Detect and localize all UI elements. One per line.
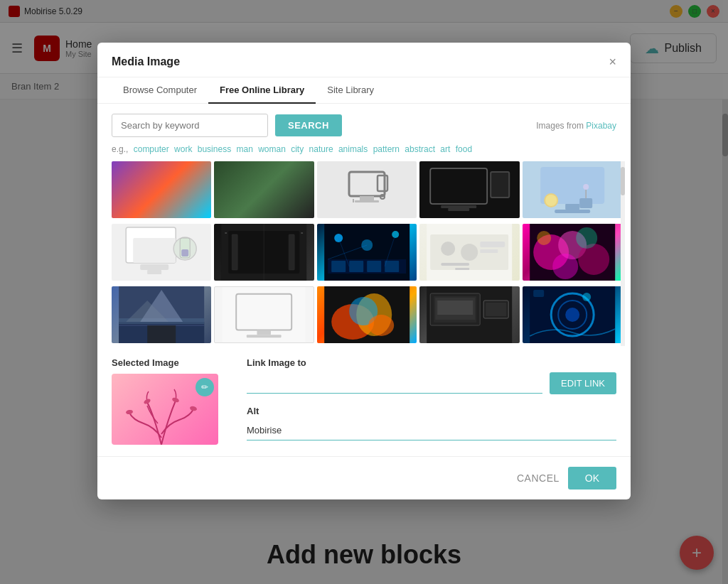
image-item[interactable]: [419, 161, 519, 218]
images-source: Pixabay: [586, 121, 616, 131]
image-item[interactable]: [214, 161, 314, 218]
search-row: SEARCH Images from Pixabay: [97, 104, 631, 143]
svg-rect-9: [448, 208, 469, 211]
svg-rect-49: [455, 268, 469, 270]
svg-rect-16: [579, 198, 592, 208]
ok-button[interactable]: OK: [568, 467, 616, 490]
svg-rect-85: [533, 290, 544, 297]
keyword-city[interactable]: city: [291, 144, 304, 154]
svg-rect-68: [247, 335, 282, 337]
svg-rect-22: [147, 270, 161, 274]
keyword-animals[interactable]: animals: [338, 144, 368, 154]
pencil-icon: ✏: [201, 382, 208, 392]
image-item[interactable]: [112, 224, 211, 281]
selected-image-thumbnail: ✏: [112, 374, 218, 445]
keyword-nature[interactable]: nature: [309, 144, 333, 154]
images-from: Images from Pixabay: [536, 121, 616, 131]
image-item[interactable]: [112, 286, 211, 343]
svg-rect-6: [430, 168, 487, 204]
keyword-art[interactable]: art: [440, 144, 450, 154]
svg-rect-48: [441, 263, 469, 266]
keyword-man[interactable]: man: [236, 144, 252, 154]
alt-input[interactable]: [247, 421, 616, 440]
dialog-tabs: Browse Computer Free Online Library Site…: [97, 77, 631, 104]
image-item[interactable]: [214, 224, 314, 281]
svg-rect-20: [133, 238, 176, 263]
svg-rect-39: [349, 261, 363, 272]
image-item[interactable]: [419, 286, 519, 343]
svg-rect-25: [181, 249, 188, 256]
image-item[interactable]: [317, 286, 417, 343]
svg-rect-50: [480, 242, 505, 247]
svg-point-58: [576, 227, 597, 249]
bottom-section: Selected Image ✏: [97, 346, 631, 456]
svg-point-47: [461, 244, 478, 261]
svg-rect-40: [367, 261, 381, 272]
tab-free-online-library[interactable]: Free Online Library: [208, 77, 316, 104]
svg-rect-28: [225, 232, 228, 234]
tab-browse-computer[interactable]: Browse Computer: [112, 77, 208, 104]
svg-point-90: [189, 406, 197, 411]
svg-rect-38: [331, 261, 346, 272]
image-grid-wrapper: [112, 161, 625, 346]
svg-point-57: [552, 254, 578, 279]
image-item[interactable]: [523, 161, 622, 218]
svg-point-18: [583, 184, 589, 190]
keyword-abstract[interactable]: abstract: [405, 144, 435, 154]
svg-point-52: [441, 242, 455, 256]
image-item[interactable]: [523, 286, 622, 343]
link-label: Link Image to: [247, 357, 616, 368]
search-button[interactable]: SEARCH: [275, 114, 342, 136]
svg-point-56: [578, 244, 609, 275]
image-item[interactable]: [112, 161, 211, 218]
svg-rect-67: [257, 330, 272, 335]
svg-rect-4: [353, 199, 354, 202]
keywords-prefix: e.g.,: [112, 144, 128, 154]
link-input[interactable]: [247, 374, 542, 394]
edit-link-button[interactable]: EDIT LINK: [550, 372, 616, 394]
image-item[interactable]: [523, 224, 622, 281]
tab-site-library[interactable]: Site Library: [316, 77, 385, 104]
svg-rect-12: [565, 204, 579, 210]
keyword-food[interactable]: food: [456, 144, 472, 154]
svg-rect-80: [486, 303, 506, 316]
dialog-title: Media Image: [112, 55, 180, 68]
image-item[interactable]: [419, 224, 519, 281]
alt-label: Alt: [247, 406, 616, 416]
dialog-footer: CANCEL OK: [97, 456, 631, 499]
keyword-work[interactable]: work: [174, 144, 192, 154]
grid-scrollbar: [621, 161, 625, 346]
svg-point-84: [565, 308, 579, 322]
search-input[interactable]: [112, 114, 268, 137]
selected-image-label: Selected Image: [112, 357, 225, 368]
svg-rect-1: [360, 196, 374, 200]
form-section: Link Image to EDIT LINK Alt: [247, 357, 616, 445]
media-image-dialog: Media Image × Browse Computer Free Onlin…: [97, 43, 631, 499]
dialog-close-button[interactable]: ×: [609, 55, 616, 68]
dialog-header: Media Image ×: [97, 43, 631, 77]
image-item[interactable]: [317, 224, 417, 281]
keywords-row: e.g., computer work business man woman c…: [97, 143, 631, 161]
svg-rect-32: [289, 234, 295, 270]
svg-point-73: [368, 315, 394, 336]
selected-image-section: Selected Image ✏: [112, 357, 225, 445]
svg-rect-31: [232, 234, 238, 270]
keyword-business[interactable]: business: [198, 144, 231, 154]
image-item[interactable]: [214, 286, 314, 343]
svg-rect-10: [491, 172, 509, 198]
keyword-pattern[interactable]: pattern: [373, 144, 400, 154]
svg-rect-13: [555, 210, 590, 213]
grid-scrollbar-thumb: [621, 167, 625, 195]
cancel-button[interactable]: CANCEL: [517, 472, 560, 484]
keyword-computer[interactable]: computer: [134, 144, 169, 154]
svg-rect-29: [301, 232, 304, 234]
svg-point-89: [126, 409, 134, 415]
svg-rect-64: [147, 325, 176, 343]
keyword-woman[interactable]: woman: [258, 144, 286, 154]
svg-rect-8: [441, 205, 476, 208]
image-item[interactable]: [317, 161, 417, 218]
edit-image-button[interactable]: ✏: [196, 378, 214, 396]
svg-rect-21: [140, 264, 168, 270]
svg-rect-78: [437, 301, 473, 315]
svg-point-15: [545, 195, 557, 206]
